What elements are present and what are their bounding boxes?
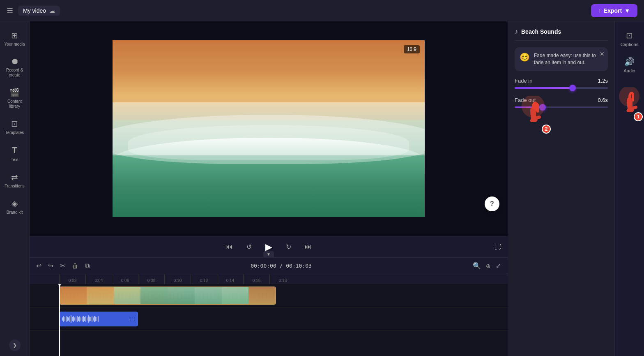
skip-to-start-button[interactable]: ⏮ [223,240,236,254]
svg-point-1 [619,87,639,106]
video-canvas: 16:9 [113,40,425,217]
captions-label: Captions [621,42,638,47]
cut-button[interactable]: ✂ [58,260,67,271]
timeline-tracks: ⋮⋮ [30,284,508,356]
fade-in-slider[interactable] [515,87,608,89]
templates-icon: ⊡ [11,119,18,129]
right-panel: ♪ Beach Sounds 😊 Fade made easy: use thi… [508,21,614,356]
title-text: My video [23,7,46,14]
sidebar-item-label: Record &create [6,68,23,78]
ruler-mark: 0:02 [59,274,85,284]
sidebar-item-brand-kit[interactable]: ◈ Brand kit [2,194,28,219]
audio-label: Audio [623,68,635,73]
zoom-out-button[interactable]: 🔍 [471,260,483,271]
ruler-mark: 0:04 [85,274,112,284]
main-layout: ⊞ Your media ⏺ Record &create 🎬 Contentl… [0,21,644,356]
sidebar-item-label: Your media [4,42,25,47]
video-preview: 16:9 ? [30,21,508,236]
skip-to-end-button[interactable]: ⏭ [301,240,315,254]
topbar: ☰ My video ☁ ↑ Export ▼ [0,0,644,21]
ruler-mark: 0:08 [138,274,164,284]
aspect-ratio-badge: 16:9 [404,45,420,53]
zoom-in-button[interactable]: ⊕ [484,260,492,271]
ruler-mark: 0:12 [191,274,217,284]
cloud-save-icon: ☁ [49,7,55,14]
delete-button[interactable]: 🗑 [70,261,80,271]
duplicate-button[interactable]: ⧉ [83,261,91,271]
ruler-mark: 0:14 [217,274,243,284]
audio-clip[interactable]: ⋮⋮ [59,312,138,326]
expand-timeline-button[interactable]: ⤢ [494,260,503,271]
sidebar-item-your-media[interactable]: ⊞ Your media [2,26,28,51]
left-sidebar: ⊞ Your media ⏺ Record &create 🎬 Contentl… [0,21,30,356]
tutorial-cursor-1 [616,87,643,118]
playback-controls: ⏮ ↺ ▶ ↻ ⏭ ⛶ ▼ [30,236,508,257]
your-media-icon: ⊞ [11,30,18,40]
undo-button[interactable]: ↩ [34,260,43,271]
far-right-item-captions[interactable]: ⊡ Captions [616,26,643,51]
export-icon: ↑ [598,7,601,14]
audio-clip-handle[interactable]: ⋮⋮ [128,317,136,321]
timeline-area: ↩ ↪ ✂ 🗑 ⧉ 00:00:00 / 00:10:03 🔍 ⊕ ⤢ 0:02… [30,257,508,356]
fade-in-thumb[interactable] [569,85,576,91]
timeline-ruler: 0:02 0:04 0:06 0:08 0:10 0:12 0:14 0:16 … [30,274,508,284]
fade-in-label: Fade in [515,78,532,84]
fade-in-row: Fade in 1.2s [515,78,608,89]
fullscreen-button[interactable]: ⛶ [494,243,501,251]
sidebar-item-label: Transitions [5,184,25,189]
help-button[interactable]: ? [485,196,499,211]
video-clip[interactable] [59,287,276,305]
tutorial-step-2-badge: 2 [542,125,551,134]
record-icon: ⏺ [11,57,19,66]
tooltip-text: Fade made easy: use this to fade an item… [534,52,603,66]
video-track-row [30,284,508,307]
fade-in-value: 1.2s [598,78,608,84]
sidebar-collapse-button[interactable]: ❯ [9,340,21,351]
sidebar-item-text[interactable]: T Text [2,141,28,166]
fade-out-value: 0.6s [598,97,608,103]
audio-header: ♪ Beach Sounds [515,28,608,41]
right-panel-content: ♪ Beach Sounds 😊 Fade made easy: use thi… [508,21,614,356]
fade-out-slider[interactable] [515,106,608,108]
ruler-mark: 0:10 [164,274,191,284]
text-icon: T [12,145,17,156]
playhead[interactable] [59,284,60,356]
redo-button[interactable]: ↪ [46,260,55,271]
export-button[interactable]: ↑ Export ▼ [591,4,637,17]
audio-title: Beach Sounds [521,28,561,35]
sidebar-item-transitions[interactable]: ⇄ Transitions [2,168,28,193]
sidebar-item-label: Templates [5,130,24,135]
timeline-time-display: 00:00:00 / 00:10:03 [94,263,468,269]
far-right-panel: ⊡ Captions 🔊 Audio 1 [614,21,644,356]
brand-kit-icon: ◈ [12,199,18,208]
ruler-mark: 0:06 [112,274,138,284]
transitions-icon: ⇄ [11,172,18,182]
sidebar-item-record-create[interactable]: ⏺ Record &create [2,53,28,82]
collapse-arrow[interactable]: ▼ [263,251,274,257]
fade-tooltip: 😊 Fade made easy: use this to fade an it… [515,47,608,71]
tooltip-close-button[interactable]: ✕ [600,51,605,57]
ruler-mark: 0:18 [269,274,296,284]
fade-out-label: Fade out [515,97,536,103]
sidebar-item-templates[interactable]: ⊡ Templates [2,115,28,139]
rewind-button[interactable]: ↺ [242,240,255,254]
audio-icon: 🔊 [624,57,635,67]
music-icon: ♪ [515,28,518,35]
center-area: 16:9 ? ⏮ ↺ ▶ ↻ ⏭ ⛶ ▼ ↩ ↪ ✂ 🗑 ⧉ 00:00:00 … [30,21,508,356]
sidebar-item-content-library[interactable]: 🎬 Contentlibrary [2,83,28,113]
sidebar-item-label: Brand kit [7,210,23,215]
project-title[interactable]: My video ☁ [18,6,60,16]
menu-icon[interactable]: ☰ [7,6,13,15]
export-label: Export [604,7,622,14]
far-right-item-audio[interactable]: 🔊 Audio [616,53,643,77]
forward-button[interactable]: ↻ [282,240,295,254]
content-library-icon: 🎬 [9,88,20,97]
tutorial-step-1-badge: 1 [634,112,643,121]
sidebar-item-label: Text [11,157,18,162]
fade-out-thumb[interactable] [539,104,546,111]
export-dropdown-icon: ▼ [624,7,630,14]
audio-waveform [62,315,99,323]
captions-icon: ⊡ [626,30,633,40]
sidebar-item-label: Contentlibrary [7,99,22,109]
empty-track-row [30,330,508,356]
